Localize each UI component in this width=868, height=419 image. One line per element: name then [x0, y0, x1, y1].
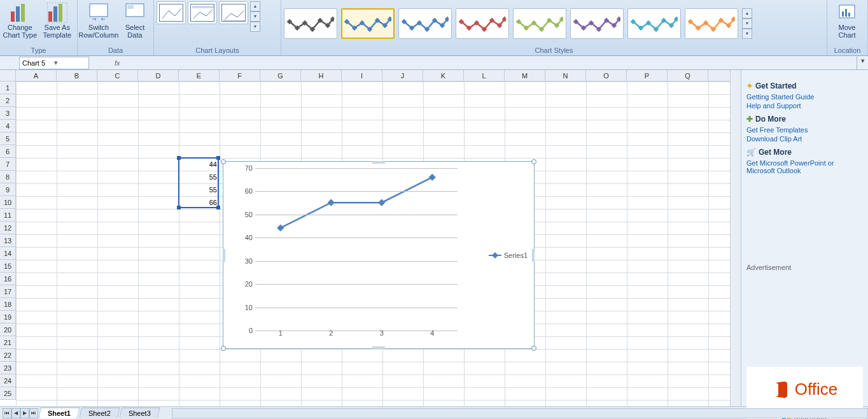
col-header[interactable]: O [586, 70, 627, 81]
chart-style-thumb[interactable] [570, 8, 624, 39]
cell[interactable]: 55 [179, 183, 220, 196]
sheet-tab[interactable]: Sheet1 [38, 408, 80, 418]
name-box[interactable]: Chart 5 ▾ [19, 57, 89, 69]
x-tick-label: 4 [407, 329, 458, 342]
cell[interactable]: 66 [179, 196, 220, 209]
sheet-tab[interactable]: Sheet2 [79, 408, 120, 418]
chart-style-thumb[interactable] [513, 8, 566, 39]
row-header[interactable]: 12 [0, 222, 15, 234]
save-as-template-button[interactable]: Save As Template [40, 1, 75, 43]
col-header[interactable]: N [545, 70, 586, 81]
svg-rect-3 [48, 11, 52, 22]
row-header[interactable]: 24 [0, 374, 15, 387]
column-headers[interactable]: ABCDEFGHIJKLMNOPQ [16, 70, 730, 82]
col-header[interactable]: H [301, 70, 342, 81]
cell[interactable]: 55 [179, 171, 220, 183]
side-link[interactable]: Help and Support [746, 102, 863, 110]
group-label: Chart Styles [284, 46, 824, 55]
formula-expand[interactable]: ▾ [857, 57, 868, 69]
svg-rect-10 [192, 6, 214, 8]
group-label: Chart Layouts [157, 46, 278, 55]
col-header[interactable]: I [342, 70, 382, 81]
svg-rect-5 [59, 4, 62, 22]
row-header[interactable]: 19 [0, 311, 15, 323]
worksheet-grid[interactable]: ABCDEFGHIJKLMNOPQ 1234567891011121314151… [0, 70, 730, 406]
side-link[interactable]: Get Free Templates [746, 126, 863, 134]
row-header[interactable]: 3 [0, 107, 15, 120]
chart-style-thumb[interactable] [284, 8, 337, 39]
chart-style-thumb[interactable] [685, 8, 738, 39]
switch-row-column-button[interactable]: Switch Row/Column [80, 1, 117, 43]
row-header[interactable]: 9 [0, 183, 15, 196]
select-data-button[interactable]: Select Data [120, 1, 150, 43]
layout-thumb[interactable] [188, 1, 217, 24]
row-header[interactable]: 15 [0, 260, 15, 273]
layout-thumb[interactable] [219, 1, 248, 24]
chart-style-thumb[interactable] [341, 8, 395, 39]
row-header[interactable]: 20 [0, 323, 15, 336]
row-header[interactable]: 11 [0, 209, 15, 222]
dropdown-icon[interactable]: ▾ [54, 59, 86, 67]
formula-bar: Chart 5 ▾ fx ▾ [0, 56, 868, 70]
row-header[interactable]: 6 [0, 145, 15, 158]
ribbon: Change Chart Type Save As Template Type … [0, 0, 868, 56]
layout-thumb[interactable] [157, 1, 186, 24]
col-header[interactable]: L [464, 70, 505, 81]
row-header[interactable]: 16 [0, 273, 15, 285]
row-header[interactable]: 10 [0, 196, 15, 209]
chart-style-thumb[interactable] [398, 8, 452, 39]
row-header[interactable]: 13 [0, 234, 15, 247]
col-header[interactable]: G [260, 70, 301, 81]
row-header[interactable]: 5 [0, 132, 15, 145]
col-header[interactable]: D [138, 70, 179, 81]
chart-style-thumb[interactable] [456, 8, 509, 39]
legend-marker-icon [489, 255, 501, 256]
col-header[interactable]: M [505, 70, 545, 81]
row-header[interactable]: 8 [0, 171, 15, 183]
layouts-scroll[interactable]: ▴▾▾ [250, 1, 260, 32]
template-icon [47, 3, 67, 23]
chart-legend[interactable]: Series1 [489, 252, 528, 259]
row-header[interactable]: 18 [0, 298, 15, 311]
col-header[interactable]: B [57, 70, 97, 81]
styles-scroll[interactable]: ▴▾▾ [742, 8, 752, 39]
col-header[interactable]: C [97, 70, 138, 81]
move-chart-button[interactable]: Move Chart [830, 1, 864, 43]
fx-icon[interactable]: fx [115, 59, 120, 67]
row-header[interactable]: 22 [0, 349, 15, 362]
side-link[interactable]: Download Clip Art [746, 135, 863, 143]
group-label: Location [830, 46, 865, 55]
horizontal-scrollbar[interactable] [172, 408, 868, 418]
row-header[interactable]: 21 [0, 336, 15, 349]
row-headers[interactable]: 1234567891011121314151617181920212223242… [0, 82, 16, 400]
col-header[interactable]: K [423, 70, 464, 81]
row-header[interactable]: 14 [0, 247, 15, 260]
col-header[interactable]: P [627, 70, 668, 81]
svg-rect-70 [845, 9, 847, 17]
row-header[interactable]: 7 [0, 158, 15, 171]
select-all-corner[interactable] [0, 70, 16, 82]
tab-nav[interactable]: ⏮◀▶⏭ [3, 408, 38, 418]
row-header[interactable]: 23 [0, 362, 15, 374]
change-chart-type-button[interactable]: Change Chart Type [3, 1, 38, 43]
col-header[interactable]: F [220, 70, 260, 81]
chart-style-thumb[interactable] [627, 8, 681, 39]
svg-rect-74 [378, 199, 385, 206]
vertical-scrollbar[interactable] [730, 70, 741, 406]
side-link[interactable]: Getting Started Guide [746, 93, 863, 101]
row-header[interactable]: 2 [0, 94, 15, 107]
row-header[interactable]: 25 [0, 387, 15, 400]
row-header[interactable]: 1 [0, 82, 15, 94]
svg-rect-71 [848, 13, 850, 17]
cell[interactable]: 44 [179, 158, 220, 171]
row-header[interactable]: 4 [0, 120, 15, 132]
svg-rect-7 [90, 4, 108, 17]
col-header[interactable]: E [179, 70, 220, 81]
row-header[interactable]: 17 [0, 285, 15, 298]
embedded-chart[interactable]: 010203040506070 1234 Series1 [223, 161, 535, 349]
col-header[interactable]: J [382, 70, 423, 81]
col-header[interactable]: A [16, 70, 57, 81]
side-link[interactable]: Get Microsoft PowerPoint or Microsoft Ou… [746, 159, 863, 174]
col-header[interactable]: Q [668, 70, 708, 81]
sheet-tab[interactable]: Sheet3 [119, 408, 160, 418]
